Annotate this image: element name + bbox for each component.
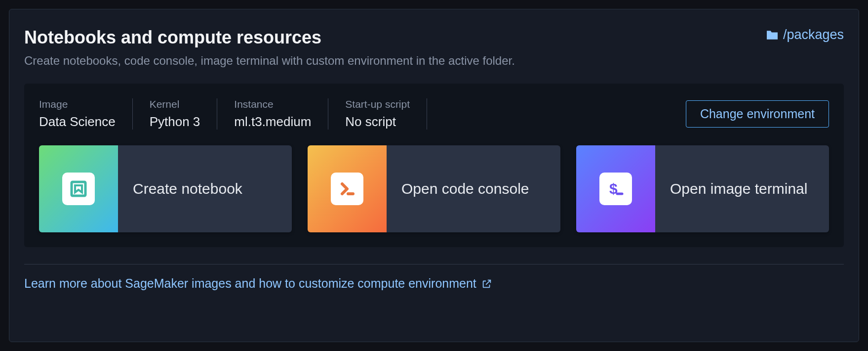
breadcrumb-path: /packages (783, 27, 844, 43)
learn-more-text: Learn more about SageMaker images and ho… (24, 276, 476, 291)
env-script-value: No script (345, 114, 410, 130)
env-instance: Instance ml.t3.medium (217, 98, 328, 130)
folder-icon (765, 30, 779, 41)
env-startup-script: Start-up script No script (328, 98, 427, 130)
divider (24, 264, 844, 264)
open-image-terminal-label: Open image terminal (655, 145, 829, 232)
active-folder-breadcrumb[interactable]: /packages (765, 27, 844, 43)
panel-subtitle: Create notebooks, code console, image te… (24, 54, 844, 68)
create-notebook-label: Create notebook (118, 145, 292, 232)
env-instance-label: Instance (234, 98, 311, 110)
external-link-icon (481, 278, 492, 289)
notebooks-panel: Notebooks and compute resources /package… (9, 9, 859, 342)
environment-box: Image Data Science Kernel Python 3 Insta… (24, 84, 844, 247)
learn-more-link[interactable]: Learn more about SageMaker images and ho… (24, 276, 492, 291)
console-icon (331, 173, 363, 205)
change-environment-button[interactable]: Change environment (686, 100, 829, 128)
panel-title: Notebooks and compute resources (24, 27, 321, 48)
env-kernel-label: Kernel (150, 98, 200, 110)
env-kernel-value: Python 3 (150, 114, 200, 130)
open-image-terminal-card[interactable]: $ Open image terminal (576, 145, 829, 232)
terminal-icon: $ (599, 173, 632, 205)
env-kernel: Kernel Python 3 (133, 98, 218, 130)
env-image: Image Data Science (39, 98, 133, 130)
env-script-label: Start-up script (345, 98, 410, 110)
open-code-console-label: Open code console (387, 145, 560, 232)
env-image-value: Data Science (39, 114, 116, 130)
open-code-console-card[interactable]: Open code console (308, 145, 560, 232)
env-image-label: Image (39, 98, 116, 110)
notebook-icon (62, 173, 95, 205)
create-notebook-card[interactable]: Create notebook (39, 145, 292, 232)
env-instance-value: ml.t3.medium (234, 114, 311, 130)
